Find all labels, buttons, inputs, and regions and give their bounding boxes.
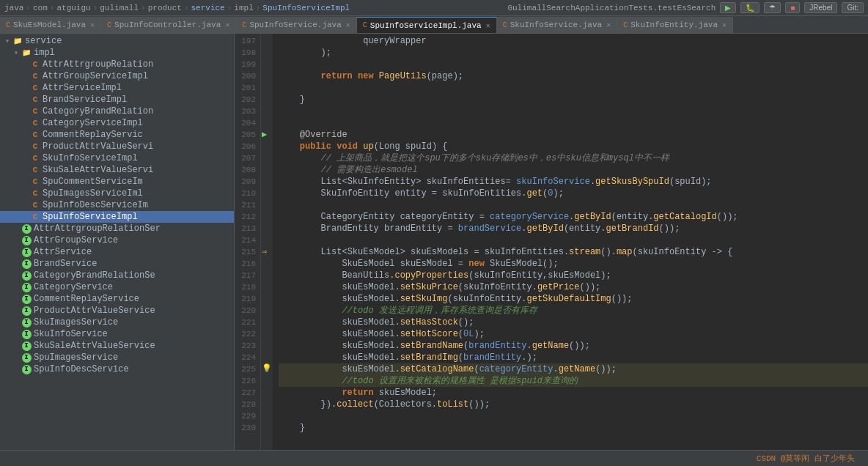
code-line-220: //todo 发送远程调用，库存系统查询是否有库存 [279, 305, 868, 317]
breadcrumb-atguigu[interactable]: atguigu [56, 4, 90, 12]
tab-label: SkuEsModel.java [13, 21, 86, 29]
sidebar-item-CommentReplayServic[interactable]: C CommentReplayServic [0, 129, 234, 141]
gutter-arrow-215: ⇒ [262, 246, 267, 257]
code-line-228: }).collect(Collectors.toList()); [279, 399, 868, 410]
tab-SpuInfoService[interactable]: C SpuInfoService.java ✕ [236, 17, 356, 33]
close-icon[interactable]: ✕ [486, 21, 490, 30]
sidebar-item-AttrGroupServiceImpl[interactable]: C AttrGroupServiceImpl [0, 70, 234, 82]
sidebar-item-SkuImagesService[interactable]: I SkuImagesService [0, 317, 234, 328]
i-icon: I [21, 329, 32, 339]
code-line-198: ); [279, 47, 868, 59]
code-editor: 197198199200201 202203204205206 20720820… [235, 34, 868, 450]
breadcrumb-gulimall[interactable]: gulimall [100, 4, 139, 12]
git-button[interactable]: Git: [842, 2, 864, 13]
breadcrumb-product[interactable]: product [148, 4, 182, 12]
sidebar-item-CommentReplayService[interactable]: I CommentReplayService [0, 293, 234, 305]
sidebar-item-CategoryServiceImpl[interactable]: C CategoryServiceImpl [0, 117, 234, 129]
tab-icon-c: C [107, 21, 111, 29]
c-icon: C [29, 71, 41, 81]
i-icon: I [21, 306, 32, 316]
sidebar-item-AttrAttrgroupRelation[interactable]: C AttrAttrgroupRelation [0, 59, 234, 70]
close-icon[interactable]: ✕ [606, 21, 611, 29]
code-line-213: BrandEntity brandEntity = brandService.g… [279, 223, 868, 234]
sidebar-item-label: CategoryBrandRelationSe [34, 270, 155, 281]
stop-button[interactable]: ■ [785, 2, 800, 13]
code-line-226: //todo 设置用来被检索的规格属性 是根据spuid来查询的 [279, 375, 868, 387]
debug-button[interactable]: 🐛 [740, 2, 760, 13]
sidebar-item-BrandService[interactable]: I BrandService [0, 258, 234, 270]
code-line-200: return new PageUtils(page); [279, 70, 868, 82]
i-icon: I [21, 270, 32, 281]
code-line-208: // 需要构造出esmodel [279, 164, 868, 176]
sidebar-item-BrandServiceImpl[interactable]: C BrandServiceImpl [0, 94, 234, 106]
tab-label: SpuInfoService.java [249, 21, 341, 29]
tab-icon-c: C [6, 21, 10, 29]
top-bar-right: GulimallSearchApplicationTests.testEsSea… [507, 2, 864, 13]
breadcrumb-class[interactable]: SpuInfoServiceImpl [262, 4, 350, 12]
sidebar-item-SpuInfoServiceImpl-selected[interactable]: C SpuInfoServiceImpl [0, 211, 234, 223]
c-icon: C [29, 106, 41, 116]
tab-SkuInfoService[interactable]: C SkuInfoService.java ✕ [497, 17, 617, 33]
sidebar-item-SkuSaleAttrValueService[interactable]: I SkuSaleAttrValueService [0, 340, 234, 352]
close-icon[interactable]: ✕ [722, 21, 727, 29]
sidebar-item-label: impl [34, 48, 55, 58]
code-lines[interactable]: queryWrapper ); return new PageUtils(pag… [273, 34, 868, 450]
sidebar-item-ProductAttrValueServi[interactable]: C ProductAttrValueServi [0, 141, 234, 152]
sidebar-item-label: AttrAttrgroupRelationSer [34, 223, 161, 234]
sidebar-item-SpuInfoDescService[interactable]: I SpuInfoDescService [0, 363, 234, 375]
c-icon: C [29, 95, 41, 105]
run-button[interactable]: ▶ [720, 2, 736, 13]
expand-arrow: ▾ [3, 37, 12, 45]
breadcrumb-impl[interactable]: impl [234, 4, 253, 12]
sidebar-item-SkuInfoService[interactable]: I SkuInfoService [0, 328, 234, 340]
sidebar-item-AttrServiceImpl[interactable]: C AttrServiceImpl [0, 82, 234, 94]
coverage-button[interactable]: ☂ [764, 2, 781, 13]
code-line-222: skuEsModel.setHotScore(0L); [279, 328, 868, 340]
sidebar-item-service-folder[interactable]: ▾ 📁 service [0, 35, 234, 47]
breadcrumb-service[interactable]: service [191, 4, 225, 12]
jrebel-button[interactable]: JRebel [804, 2, 837, 13]
tab-SkuInfoEntity[interactable]: C SkuInfoEntity.java ✕ [617, 17, 733, 33]
code-line-218: skuEsModel.setSkuPrice(skuInfoEntity.get… [279, 281, 868, 293]
sidebar-item-AttrAttrgroupRelationSer[interactable]: I AttrAttrgroupRelationSer [0, 223, 234, 234]
code-line-223: skuEsModel.setBrandName(brandEntity.getN… [279, 340, 868, 352]
sidebar-item-AttrService[interactable]: I AttrService [0, 246, 234, 258]
tab-SkuEsModel[interactable]: C SkuEsModel.java ✕ [0, 17, 101, 33]
sidebar-item-impl-folder[interactable]: ▾ 📁 impl [0, 47, 234, 59]
sidebar-item-SpuImagesServiceIml[interactable]: C SpuImagesServiceIml [0, 188, 234, 199]
tab-SpuInfoController[interactable]: C SpuInfoController.java ✕ [101, 17, 236, 33]
close-icon[interactable]: ✕ [346, 21, 350, 29]
sidebar-item-CategoryBrandRelation[interactable]: C CategoryBrandRelation [0, 106, 234, 117]
code-line-201 [279, 82, 868, 94]
sidebar-item-label: AttrAttrgroupRelation [43, 59, 153, 70]
sidebar-item-SkuSaleAttrValueServi[interactable]: C SkuSaleAttrValueServi [0, 164, 234, 176]
folder-icon: 📁 [21, 48, 32, 58]
c-icon: C [29, 212, 41, 222]
sidebar-item-label: SpuCommentServiceIm [43, 177, 143, 187]
i-icon: I [21, 341, 32, 351]
breadcrumb-java[interactable]: java [4, 4, 23, 12]
c-icon: C [29, 83, 41, 93]
close-icon[interactable]: ✕ [90, 21, 95, 29]
sidebar-item-SpuInfoDescServiceIm[interactable]: C SpuInfoDescServiceIm [0, 199, 234, 211]
sidebar-item-label: service [25, 36, 62, 46]
sidebar-item-ProductAttrValueService[interactable]: I ProductAttrValueService [0, 305, 234, 317]
line-numbers: 197198199200201 202203204205206 20720820… [235, 34, 261, 450]
sidebar-item-SpuImagesService[interactable]: I SpuImagesService [0, 352, 234, 363]
sidebar-item-CategoryService[interactable]: I CategoryService [0, 281, 234, 293]
breadcrumb-com[interactable]: com [33, 4, 48, 12]
code-line-215: List<SkuEsModel> skuEsModels = skuInfoEn… [279, 246, 868, 258]
sidebar-item-label: AttrGroupServiceImpl [43, 71, 148, 81]
code-line-206: public void up(Long spuId) { [279, 141, 868, 152]
sidebar-item-AttrGroupService[interactable]: I AttrGroupService [0, 234, 234, 246]
sidebar-item-CategoryBrandRelationSe[interactable]: I CategoryBrandRelationSe [0, 270, 234, 281]
c-icon: C [29, 165, 41, 175]
close-icon[interactable]: ✕ [225, 21, 229, 29]
c-icon: C [29, 153, 41, 163]
sidebar-item-SkuInfoServiceImpl[interactable]: C SkuInfoServiceImpl [0, 152, 234, 164]
sidebar-item-SpuCommentServiceIm[interactable]: C SpuCommentServiceIm [0, 176, 234, 188]
i-icon: I [21, 364, 32, 374]
sidebar-item-label: SpuInfoServiceImpl [43, 212, 138, 222]
tab-SpuInfoServiceImpl[interactable]: C SpuInfoServiceImpl.java ✕ [357, 17, 497, 33]
code-line-202: } [279, 94, 868, 106]
